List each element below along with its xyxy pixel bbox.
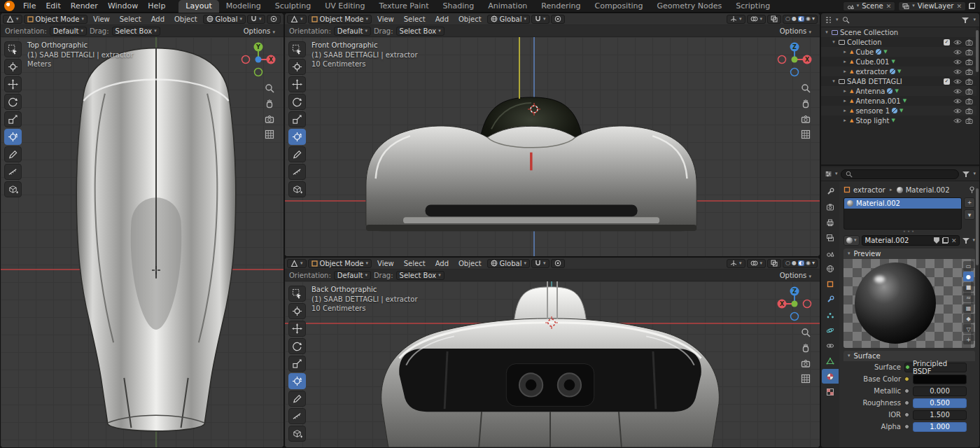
menu-render[interactable]: Render <box>66 1 103 11</box>
tab-animation[interactable]: Animation <box>481 0 534 13</box>
expand-icon[interactable]: ▾ <box>831 39 836 45</box>
car-back-view[interactable] <box>377 283 723 447</box>
outliner-row-sensore1[interactable]: ▸ ▲ sensore 1 ▼ <box>821 106 976 115</box>
hide-eye-icon[interactable] <box>953 98 962 104</box>
viewport-front-ortho[interactable]: ▾ Object Mode▾ View Select Add Object Gl… <box>284 13 820 257</box>
material-slot-active[interactable]: Material.002 <box>844 198 961 209</box>
tool-annotate[interactable] <box>288 391 306 407</box>
proportional-editing-toggle[interactable] <box>551 259 565 268</box>
expand-icon[interactable]: ▾ <box>831 78 836 84</box>
tab-layout[interactable]: Layout <box>178 0 218 13</box>
new-material-icon[interactable] <box>942 237 948 244</box>
tab-particles[interactable] <box>822 307 839 322</box>
pin-icon[interactable] <box>969 186 975 194</box>
tool-move[interactable] <box>288 321 306 337</box>
outliner-editor-icon[interactable] <box>825 16 832 24</box>
add-slot-button[interactable]: ＋ <box>964 197 975 208</box>
tool-annotate[interactable] <box>4 146 22 162</box>
viewport-canvas[interactable]: Back Orthographic (1) SAAB DETTAGLI | ex… <box>285 281 820 447</box>
car-top-view[interactable] <box>64 43 248 440</box>
tool-add-cube[interactable] <box>288 426 306 442</box>
collection-checkbox[interactable]: ✓ <box>944 39 950 46</box>
tool-add-cube[interactable] <box>4 181 22 197</box>
tool-add-cube[interactable] <box>288 181 306 197</box>
shading-wireframe-icon[interactable]: ○ <box>785 16 790 22</box>
filter-caret[interactable]: ▾ <box>973 172 976 176</box>
xray-toggle[interactable] <box>767 15 781 24</box>
editor-type-button[interactable]: ▾ <box>287 259 307 268</box>
tab-texture[interactable] <box>822 384 839 399</box>
shading-material-icon[interactable]: ◐ <box>798 260 804 266</box>
outliner-row-cube001[interactable]: ▸ ▲ Cube.001 ▼ <box>821 57 976 66</box>
proportional-editing-toggle[interactable] <box>267 15 281 24</box>
snap-toggle[interactable]: ▾ <box>247 15 265 24</box>
metallic-slider[interactable]: 0.000 <box>913 386 967 396</box>
tool-rotate[interactable] <box>4 94 22 110</box>
drag-dropdown[interactable]: Select Box▾ <box>112 27 160 36</box>
tool-transform[interactable] <box>288 373 306 389</box>
tool-move[interactable] <box>4 76 22 92</box>
tool-measure[interactable] <box>288 408 306 424</box>
tab-world[interactable] <box>822 261 839 276</box>
filter-caret[interactable]: ▾ <box>973 18 976 22</box>
pan-hand-icon[interactable] <box>265 99 274 108</box>
editor-type-button[interactable]: ▾ <box>3 15 22 24</box>
navigation-gizmo[interactable]: Y X <box>239 40 278 79</box>
zoom-icon[interactable] <box>265 83 274 93</box>
outliner-row-extractor[interactable]: ▸ ▲ extractor ▼ <box>821 66 976 76</box>
tool-cursor[interactable] <box>4 59 22 75</box>
preview-cube-icon[interactable]: ■ <box>963 282 974 292</box>
transform-orientation-select[interactable]: Global▾ <box>487 15 530 24</box>
options-dropdown[interactable]: Options ▾ <box>776 27 816 35</box>
menu-object[interactable]: Object <box>170 15 202 23</box>
material-name-field[interactable]: Material.002 ✕ <box>862 235 960 246</box>
viewport-top-ortho[interactable]: ▾ Object Mode▾ View Select Add Object Gl… <box>0 13 284 448</box>
editor-type-caret[interactable]: ▾ <box>835 172 838 176</box>
menu-add[interactable]: Add <box>147 15 169 23</box>
hide-eye-icon[interactable] <box>953 59 962 65</box>
menu-window[interactable]: Window <box>103 1 143 11</box>
overlays-toggle[interactable]: ▾ <box>747 259 766 268</box>
mode-select[interactable]: Object Mode▾ <box>308 15 372 24</box>
menu-view[interactable]: View <box>373 260 398 267</box>
properties-scrollbar[interactable] <box>976 188 979 265</box>
viewlayer-selector[interactable]: ▾ ViewLayer ✕ <box>898 1 966 11</box>
unlink-material-icon[interactable]: ✕ <box>951 237 957 244</box>
menu-add[interactable]: Add <box>431 260 453 267</box>
menu-edit[interactable]: Edit <box>41 1 65 11</box>
drag-dropdown[interactable]: Select Box▾ <box>396 271 444 280</box>
tab-constraints[interactable] <box>822 338 839 353</box>
hide-eye-icon[interactable] <box>953 108 962 114</box>
shading-material-icon[interactable]: ◐ <box>798 16 804 22</box>
shading-solid-icon[interactable]: ● <box>792 260 797 266</box>
toggle-ortho-grid-icon[interactable] <box>801 374 811 384</box>
options-dropdown[interactable]: Options ▾ <box>776 272 816 279</box>
show-gizmo-toggle[interactable]: ▾ <box>727 259 746 268</box>
roughness-slider[interactable]: 0.500 <box>913 398 967 408</box>
tab-compositing[interactable]: Compositing <box>588 0 650 13</box>
menu-select[interactable]: Select <box>115 15 146 23</box>
properties-editor-icon[interactable] <box>825 170 832 178</box>
properties-search-input[interactable] <box>841 169 960 179</box>
expand-icon[interactable]: ▸ <box>842 49 848 55</box>
shading-rendered-icon[interactable]: ◉ <box>806 260 811 266</box>
viewlayer-unlink-icon[interactable]: ✕ <box>956 3 962 10</box>
outliner-row-cube[interactable]: ▸ ▲ Cube ▼ <box>821 47 976 57</box>
tool-annotate[interactable] <box>288 146 306 162</box>
tool-select-box[interactable] <box>288 41 306 57</box>
search-icon[interactable] <box>842 16 850 24</box>
tool-move[interactable] <box>288 76 306 92</box>
breadcrumb-object[interactable]: extractor <box>853 186 886 194</box>
blender-logo-icon[interactable] <box>4 1 15 11</box>
toggle-ortho-grid-icon[interactable] <box>801 130 811 139</box>
render-visibility-icon[interactable] <box>965 69 973 75</box>
tab-view-layer[interactable] <box>822 230 839 245</box>
alpha-slider[interactable]: 1.000 <box>913 422 967 432</box>
menu-help[interactable]: Help <box>143 1 170 11</box>
expand-icon[interactable]: ▸ <box>842 108 848 113</box>
menu-add[interactable]: Add <box>431 15 453 23</box>
menu-object[interactable]: Object <box>454 15 486 23</box>
mode-select[interactable]: Object Mode▾ <box>24 15 88 24</box>
viewport-canvas[interactable]: Front Orthographic (1) SAAB DETTAGLI | e… <box>285 37 820 256</box>
camera-view-icon[interactable] <box>801 358 811 368</box>
